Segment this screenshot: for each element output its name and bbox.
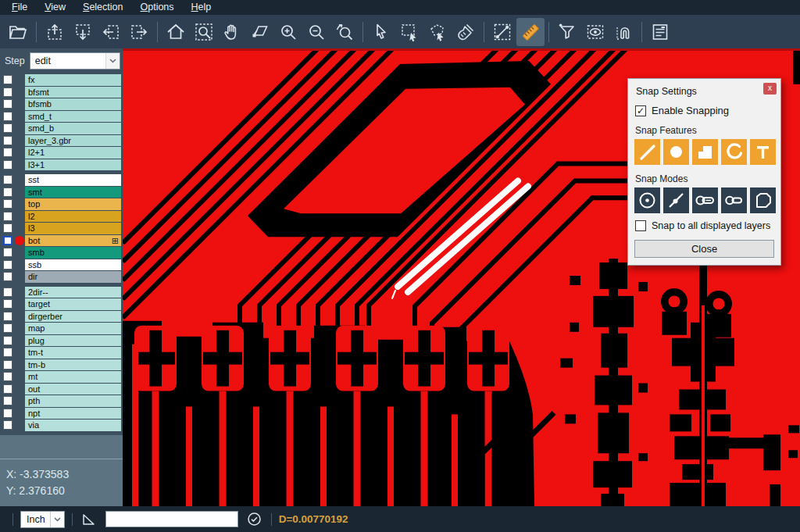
- layer-visibility-checkbox[interactable]: [3, 199, 12, 209]
- layer-visibility-checkbox[interactable]: [3, 260, 12, 270]
- layer-visibility-checkbox[interactable]: [3, 75, 12, 84]
- layer-visibility-checkbox[interactable]: [3, 360, 12, 370]
- layer-visibility-checkbox[interactable]: [3, 272, 12, 281]
- layer-visibility-checkbox[interactable]: [3, 223, 12, 233]
- layer-visibility-checkbox[interactable]: [3, 148, 12, 157]
- layer-row-pth[interactable]: pth: [0, 395, 123, 407]
- layer-row-l3+1[interactable]: l3+1: [0, 159, 123, 171]
- layer-visibility-checkbox[interactable]: [3, 123, 12, 133]
- layer-row-sst[interactable]: sst: [0, 174, 123, 186]
- view-area-button[interactable]: [581, 18, 609, 46]
- layer-name[interactable]: l2+1: [25, 147, 121, 159]
- layer-name[interactable]: target: [25, 298, 121, 310]
- layer-name[interactable]: 2dir--: [25, 287, 121, 298]
- measure-value-input[interactable]: [105, 511, 238, 527]
- snap-magnet-button[interactable]: [609, 18, 638, 46]
- open-button[interactable]: [4, 18, 32, 46]
- layer-visibility-checkbox[interactable]: [3, 420, 12, 430]
- snap-mode-point-on-line-button[interactable]: [663, 187, 689, 213]
- layer-row-npt[interactable]: npt: [0, 408, 123, 420]
- layer-row-tm-b[interactable]: tm-b: [0, 359, 123, 371]
- layer-visibility-checkbox[interactable]: [3, 136, 12, 145]
- layer-row-layer_3.gbr[interactable]: layer_3.gbr: [0, 135, 123, 147]
- layer-row-l2[interactable]: l2: [0, 211, 123, 223]
- snap-feature-circle-button[interactable]: [663, 139, 689, 165]
- dialog-close-action-button[interactable]: Close: [634, 240, 774, 258]
- layer-visibility-checkbox[interactable]: [3, 384, 12, 394]
- layer-visibility-checkbox[interactable]: [3, 372, 12, 381]
- measure-line-button[interactable]: [488, 18, 516, 46]
- step-select[interactable]: edit: [30, 52, 120, 70]
- layer-row-map[interactable]: map: [0, 323, 123, 334]
- layer-visibility-checkbox[interactable]: [3, 87, 12, 97]
- layer-visibility-checkbox[interactable]: [3, 212, 12, 221]
- layer-row-bfsmb[interactable]: bfsmb: [0, 98, 123, 110]
- layer-name[interactable]: smt: [25, 187, 121, 198]
- unit-select[interactable]: Inch: [20, 511, 65, 528]
- layer-name[interactable]: map: [25, 323, 121, 334]
- menu-help[interactable]: Help: [183, 0, 220, 15]
- snap-mode-pad-button[interactable]: [692, 187, 718, 213]
- menu-view[interactable]: View: [36, 0, 74, 15]
- zoom-in-button[interactable]: [274, 18, 302, 46]
- layer-row-target[interactable]: target: [0, 298, 123, 310]
- snap-feature-text-button[interactable]: [750, 139, 776, 165]
- snap-feature-surface-button[interactable]: [692, 139, 718, 165]
- layer-row-plug[interactable]: plug: [0, 335, 123, 347]
- layer-row-smb[interactable]: smb: [0, 247, 123, 259]
- snap-mode-pad-outline-button[interactable]: [721, 187, 747, 213]
- layer-row-smt[interactable]: smt: [0, 187, 123, 198]
- layer-visibility-checkbox[interactable]: [3, 409, 12, 418]
- report-button[interactable]: [646, 18, 674, 46]
- view-right-button[interactable]: [125, 18, 153, 46]
- layer-name[interactable]: pth: [25, 395, 121, 407]
- layer-row-bfsmt[interactable]: bfsmt: [0, 87, 123, 98]
- layer-name[interactable]: smd_b: [25, 123, 121, 134]
- ruler-button[interactable]: [516, 18, 545, 46]
- layer-visibility-checkbox[interactable]: [3, 236, 12, 245]
- layer-name[interactable]: sst: [25, 174, 121, 186]
- view-up-button[interactable]: [41, 18, 69, 46]
- snap-mode-center-button[interactable]: [634, 187, 660, 213]
- layer-row-ssb[interactable]: ssb: [0, 259, 123, 271]
- layer-row-top[interactable]: top: [0, 198, 123, 210]
- zoom-out-button[interactable]: [302, 18, 330, 46]
- layer-name[interactable]: dirgerber: [25, 311, 121, 323]
- filter-button[interactable]: [553, 18, 581, 46]
- layer-name[interactable]: via: [25, 420, 121, 431]
- layer-visibility-checkbox[interactable]: [3, 187, 12, 197]
- dialog-close-button[interactable]: x: [763, 83, 777, 95]
- layer-name[interactable]: l3+1: [25, 159, 121, 171]
- layer-row-via[interactable]: via: [0, 420, 123, 431]
- layer-row-bot[interactable]: bot⊞: [0, 235, 123, 247]
- chevron-down-icon[interactable]: [105, 53, 120, 69]
- select-rectangle-button[interactable]: [395, 18, 423, 46]
- view-left-button[interactable]: [97, 18, 125, 46]
- layer-visibility-checkbox[interactable]: [3, 160, 12, 170]
- snap-feature-line-button[interactable]: [634, 139, 660, 165]
- layer-visibility-checkbox[interactable]: [3, 312, 12, 321]
- layer-row-dir[interactable]: dir: [0, 271, 123, 283]
- layer-name[interactable]: plug: [25, 335, 121, 347]
- layer-row-mt[interactable]: mt: [0, 371, 123, 383]
- menu-file[interactable]: File: [3, 0, 36, 15]
- layer-name[interactable]: fx: [25, 74, 121, 86]
- layer-row-smd_t[interactable]: smd_t: [0, 111, 123, 123]
- layer-row-dirgerber[interactable]: dirgerber: [0, 311, 123, 323]
- layer-visibility-checkbox[interactable]: [3, 175, 12, 184]
- layer-name[interactable]: ssb: [25, 259, 121, 271]
- dialog-title-bar[interactable]: Snap Settings x: [628, 79, 780, 98]
- layer-row-l2+1[interactable]: l2+1: [0, 147, 123, 159]
- layer-visibility-checkbox[interactable]: [3, 336, 12, 345]
- chevron-down-icon[interactable]: [50, 512, 64, 527]
- snap-mode-polygon-button[interactable]: [750, 187, 776, 213]
- select-polygon-button[interactable]: [423, 18, 452, 46]
- layer-name[interactable]: npt: [25, 408, 121, 420]
- layer-visibility-checkbox[interactable]: [3, 99, 12, 109]
- layer-name[interactable]: top: [25, 198, 121, 210]
- layer-name[interactable]: mt: [25, 371, 121, 383]
- layer-visibility-checkbox[interactable]: [3, 112, 12, 121]
- layer-name[interactable]: bot⊞: [25, 235, 121, 247]
- layer-visibility-checkbox[interactable]: [3, 323, 12, 333]
- layer-name[interactable]: l2: [25, 211, 121, 223]
